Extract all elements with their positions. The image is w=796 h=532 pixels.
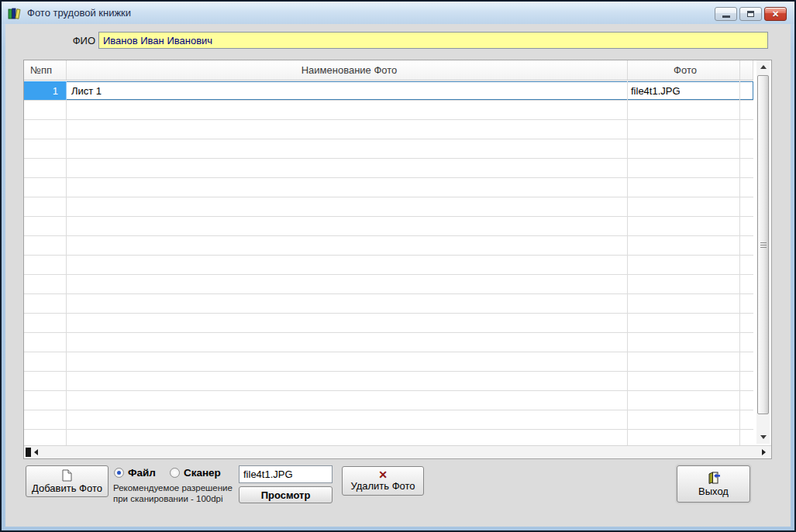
cell-filler[interactable] xyxy=(740,81,753,100)
cell-filler[interactable] xyxy=(740,333,753,352)
cell-filler[interactable] xyxy=(740,217,753,235)
cell-filler[interactable] xyxy=(740,197,753,216)
cell-photo[interactable] xyxy=(628,333,740,352)
cell-num[interactable] xyxy=(24,139,67,158)
cell-num[interactable] xyxy=(24,159,67,177)
cell-num[interactable] xyxy=(24,391,67,410)
cell-num[interactable] xyxy=(24,236,67,255)
cell-photo[interactable] xyxy=(628,178,740,197)
cell-name[interactable] xyxy=(67,139,628,158)
table-row[interactable] xyxy=(24,178,753,197)
cell-photo[interactable] xyxy=(628,391,740,410)
cell-photo[interactable] xyxy=(628,120,740,139)
cell-filler[interactable] xyxy=(740,139,753,158)
cell-photo[interactable] xyxy=(628,314,740,332)
maximize-button[interactable] xyxy=(739,7,762,21)
cell-num[interactable] xyxy=(24,101,67,119)
cell-filler[interactable] xyxy=(740,314,753,332)
cell-name[interactable] xyxy=(67,101,628,119)
table-row[interactable] xyxy=(24,197,753,217)
cell-filler[interactable] xyxy=(740,372,753,390)
table-row[interactable] xyxy=(24,101,753,120)
filename-input[interactable] xyxy=(239,465,333,483)
table-row[interactable] xyxy=(24,314,753,333)
cell-photo[interactable] xyxy=(628,236,740,255)
cell-name[interactable] xyxy=(67,430,628,445)
scroll-down-button[interactable] xyxy=(756,431,770,444)
cell-filler[interactable] xyxy=(740,236,753,255)
table-row[interactable] xyxy=(24,333,753,352)
cell-num[interactable] xyxy=(24,197,67,216)
cell-name[interactable] xyxy=(67,391,628,410)
cell-name[interactable] xyxy=(67,217,628,235)
table-row[interactable]: 1Лист 1file4t1.JPG xyxy=(24,81,753,101)
table-row[interactable] xyxy=(24,430,753,445)
cell-name[interactable] xyxy=(67,275,628,293)
table-row[interactable] xyxy=(24,352,753,372)
vertical-scrollbar[interactable] xyxy=(756,60,770,444)
cell-num[interactable] xyxy=(24,217,67,235)
cell-photo[interactable] xyxy=(628,139,740,158)
cell-photo[interactable] xyxy=(628,275,740,293)
table-row[interactable] xyxy=(24,256,753,275)
table-row[interactable] xyxy=(24,120,753,139)
table-row[interactable] xyxy=(24,159,753,178)
cell-name[interactable] xyxy=(67,333,628,352)
vertical-scrollbar-thumb[interactable] xyxy=(757,75,769,414)
preview-button[interactable]: Просмотр xyxy=(239,486,333,503)
table-row[interactable] xyxy=(24,139,753,159)
cell-filler[interactable] xyxy=(740,294,753,313)
cell-name[interactable]: Лист 1 xyxy=(67,81,628,100)
cell-filler[interactable] xyxy=(740,391,753,410)
cell-name[interactable] xyxy=(67,352,628,371)
close-button[interactable]: ✕ xyxy=(764,7,787,21)
radio-source-file[interactable]: Файл xyxy=(114,467,156,479)
table-row[interactable] xyxy=(24,294,753,314)
cell-num[interactable] xyxy=(24,275,67,293)
cell-filler[interactable] xyxy=(740,275,753,293)
cell-photo[interactable] xyxy=(628,217,740,235)
table-row[interactable] xyxy=(24,217,753,236)
cell-num[interactable] xyxy=(24,120,67,139)
cell-name[interactable] xyxy=(67,120,628,139)
cell-name[interactable] xyxy=(67,256,628,274)
cell-name[interactable] xyxy=(67,410,628,429)
cell-photo[interactable] xyxy=(628,159,740,177)
cell-photo[interactable] xyxy=(628,256,740,274)
exit-button[interactable]: Выход xyxy=(677,465,750,503)
cell-num[interactable] xyxy=(24,372,67,390)
scroll-left-button[interactable] xyxy=(34,449,38,455)
cell-num[interactable] xyxy=(24,333,67,352)
cell-photo[interactable] xyxy=(628,352,740,371)
cell-filler[interactable] xyxy=(740,256,753,274)
cell-photo[interactable] xyxy=(628,294,740,313)
radio-file-circle[interactable] xyxy=(114,468,124,478)
cell-name[interactable] xyxy=(67,314,628,332)
table-row[interactable] xyxy=(24,236,753,256)
cell-num[interactable] xyxy=(24,178,67,197)
cell-num[interactable] xyxy=(24,314,67,332)
cell-photo[interactable] xyxy=(628,197,740,216)
cell-filler[interactable] xyxy=(740,101,753,119)
cell-filler[interactable] xyxy=(740,178,753,197)
minimize-button[interactable] xyxy=(715,7,737,21)
cell-num[interactable] xyxy=(24,410,67,429)
cell-name[interactable] xyxy=(67,294,628,313)
cell-num[interactable] xyxy=(24,294,67,313)
cell-name[interactable] xyxy=(67,372,628,390)
delete-photo-button[interactable]: ✕ Удалить Фото xyxy=(342,466,424,496)
cell-filler[interactable] xyxy=(740,352,753,371)
cell-filler[interactable] xyxy=(740,410,753,429)
cell-photo[interactable] xyxy=(628,101,740,119)
horizontal-scrollbar-thumb[interactable] xyxy=(26,448,31,457)
fio-input[interactable] xyxy=(98,32,768,49)
cell-num[interactable] xyxy=(24,256,67,274)
cell-photo[interactable] xyxy=(628,410,740,429)
cell-filler[interactable] xyxy=(740,159,753,177)
table-row[interactable] xyxy=(24,391,753,410)
cell-photo[interactable] xyxy=(628,430,740,445)
scroll-up-button[interactable] xyxy=(756,60,770,74)
cell-num[interactable] xyxy=(24,352,67,371)
scroll-right-button[interactable] xyxy=(762,449,766,455)
table-row[interactable] xyxy=(24,410,753,430)
